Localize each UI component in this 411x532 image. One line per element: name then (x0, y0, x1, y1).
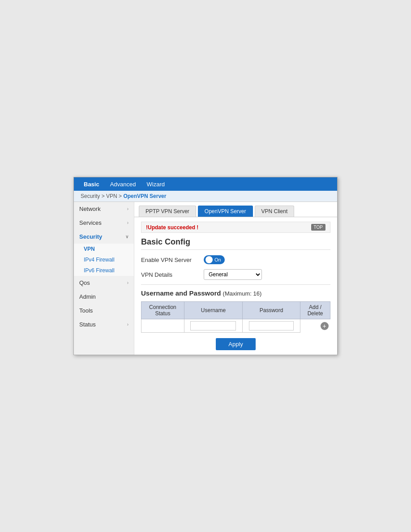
status-message: !Update succeeded ! (146, 224, 198, 231)
col-password: Password (243, 302, 300, 319)
sidebar-item-status[interactable]: Status › (74, 317, 134, 331)
sidebar-item-tools[interactable]: Tools (74, 304, 134, 317)
sidebar-security-submenu: VPN IPv4 Firewall IPv6 Firewall (74, 244, 134, 276)
status-bar: !Update succeeded ! TOP (141, 222, 330, 233)
top-nav: Basic Advanced Wizard (74, 177, 337, 191)
up-section-title: Username and Password (Maximum: 16) (141, 289, 330, 297)
cell-add-delete: + (300, 319, 330, 333)
cell-connection-status (141, 319, 184, 333)
chevron-right-icon: › (127, 206, 128, 211)
chevron-down-icon: ∨ (125, 234, 128, 239)
toggle-knob (206, 256, 213, 263)
sidebar-item-qos[interactable]: Qos › (74, 276, 134, 290)
col-add-delete: Add / Delete (300, 302, 330, 319)
nav-advanced[interactable]: Advanced (105, 178, 141, 190)
toggle-label: On (214, 257, 221, 262)
enable-vpn-toggle[interactable]: On (204, 255, 225, 264)
tab-pptp-vpn-server[interactable]: PPTP VPN Server (139, 206, 196, 217)
password-input[interactable] (249, 321, 294, 330)
sidebar-item-network[interactable]: Network › (74, 202, 134, 216)
chevron-right-icon: › (127, 322, 128, 327)
vpn-details-label: VPN Details (141, 271, 204, 278)
top-button[interactable]: TOP (311, 224, 325, 231)
tab-vpn-client[interactable]: VPN Client (255, 206, 295, 217)
tab-bar: PPTP VPN Server OpenVPN Server VPN Clien… (134, 202, 337, 217)
vpn-details-select[interactable]: General Advanced (204, 269, 262, 280)
username-password-table: Connection Status Username Password Add … (141, 301, 330, 333)
sidebar-item-services[interactable]: Services › (74, 216, 134, 230)
sidebar-sub-item-ipv4firewall[interactable]: IPv4 Firewall (74, 254, 134, 265)
enable-vpn-row: Enable VPN Server On (141, 255, 330, 265)
col-username: Username (184, 302, 242, 319)
col-connection-status: Connection Status (141, 302, 184, 319)
chevron-right-icon: › (127, 280, 128, 285)
sidebar-sub-item-ipv6firewall[interactable]: IPv6 Firewall (74, 265, 134, 276)
nav-wizard[interactable]: Wizard (141, 178, 170, 190)
sidebar-item-admin[interactable]: Admin (74, 290, 134, 304)
sidebar-sub-item-vpn[interactable]: VPN (74, 244, 134, 254)
content-inner: !Update succeeded ! TOP Basic Config Ena… (134, 217, 337, 355)
enable-vpn-label: Enable VPN Server (141, 257, 204, 263)
apply-button[interactable]: Apply (216, 338, 256, 350)
table-row: + (141, 319, 330, 333)
tab-openvpn-server[interactable]: OpenVPN Server (198, 206, 253, 217)
cell-password[interactable] (243, 319, 300, 333)
nav-basic[interactable]: Basic (78, 178, 105, 190)
username-input[interactable] (190, 321, 236, 330)
main-content: PPTP VPN Server OpenVPN Server VPN Clien… (134, 202, 337, 355)
vpn-details-control: General Advanced (204, 269, 330, 280)
cell-username[interactable] (184, 319, 242, 333)
up-subtitle-max: (Maximum: 16) (223, 290, 262, 297)
chevron-right-icon: › (127, 220, 128, 225)
add-row-button[interactable]: + (321, 322, 329, 330)
vpn-details-row: VPN Details General Advanced (141, 269, 330, 280)
divider (141, 284, 330, 285)
breadcrumb: Security > VPN > OpenVPN Server (74, 191, 337, 202)
enable-vpn-control: On (204, 255, 330, 265)
sidebar: Network › Services › Security ∨ VPN IPv4… (74, 202, 134, 355)
basic-config-title: Basic Config (141, 237, 330, 250)
sidebar-item-security[interactable]: Security ∨ (74, 230, 134, 244)
